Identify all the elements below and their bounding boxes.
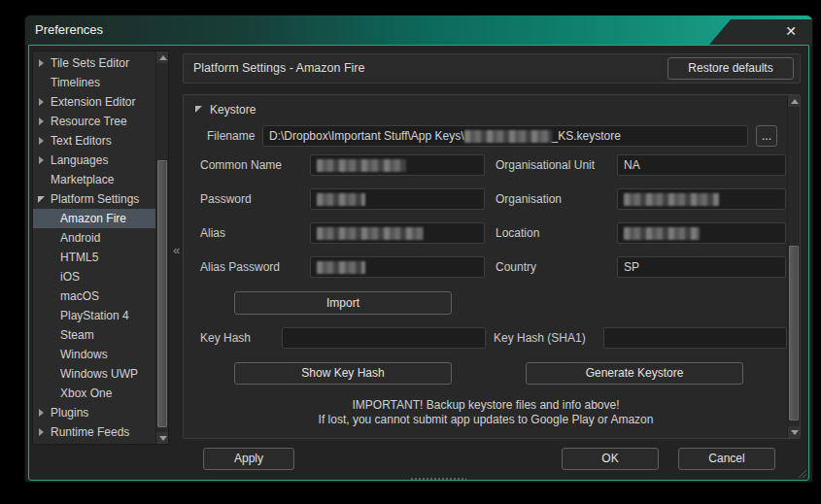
scroll-up-button[interactable]	[156, 51, 168, 63]
cancel-button[interactable]: Cancel	[678, 448, 775, 470]
key-hash-sha1-input[interactable]	[603, 327, 787, 349]
sidebar-item-tile-sets-editor[interactable]: Tile Sets Editor	[33, 53, 155, 73]
country-label: Country	[496, 256, 536, 278]
sidebar-item-android[interactable]: Android	[33, 228, 155, 248]
sidebar-item-label: Plugins	[51, 403, 88, 422]
keystore-panel: Keystore Filename D:\Dropbox\Important S…	[183, 94, 801, 439]
import-button[interactable]: Import	[234, 291, 452, 315]
sidebar-item-timelines[interactable]: Timelines	[33, 73, 155, 92]
keystore-form-row: Common NameOrganisational UnitNA	[184, 154, 788, 176]
redacted-value	[464, 130, 552, 143]
organisation-input[interactable]	[617, 188, 786, 210]
organisation-label: Organisation	[496, 188, 562, 210]
sidebar-item-resource-tree[interactable]: Resource Tree	[33, 112, 155, 131]
sidebar-item-text-editors[interactable]: Text Editors	[33, 131, 155, 151]
sidebar-item-label: Windows UWP	[60, 364, 138, 384]
browse-button[interactable]: ...	[756, 125, 777, 147]
country-input[interactable]: SP	[617, 256, 786, 278]
collapse-arrow-icon[interactable]	[38, 196, 45, 203]
sidebar-item-steam[interactable]: Steam	[33, 325, 155, 345]
key-hash-label: Key Hash	[200, 327, 251, 349]
common-name-label: Common Name	[200, 154, 282, 176]
scrollbar-thumb[interactable]	[157, 160, 167, 427]
expand-arrow-icon[interactable]	[39, 118, 44, 125]
generate-keystore-button[interactable]: Generate Keystore	[526, 362, 743, 385]
sidebar-item-platform-settings[interactable]: Platform Settings	[33, 189, 155, 209]
apply-button[interactable]: Apply	[203, 448, 294, 470]
backup-warning-line1: IMPORTANT! Backup keystore files and inf…	[184, 398, 788, 413]
scroll-down-button[interactable]	[156, 432, 168, 444]
sidebar-item-xbox-one[interactable]: Xbox One	[33, 384, 155, 403]
sidebar-item-label: PlayStation 4	[60, 306, 129, 325]
keystore-form-row: PasswordOrganisation	[184, 188, 788, 210]
filename-input[interactable]: D:\Dropbox\Important Stuff\App Keys\_KS.…	[262, 125, 748, 147]
page-header: Platform Settings - Amazon Fire Restore …	[183, 53, 801, 84]
sidebar-item-label: Tile Sets Editor	[51, 53, 129, 73]
redacted-value	[317, 159, 406, 172]
dialog-content: Tile Sets EditorTimelinesExtension Edito…	[28, 45, 809, 481]
sidebar-item-label: Text Editors	[51, 131, 112, 151]
sidebar-item-label: Timelines	[51, 73, 100, 92]
key-hash-row: Key Hash Key Hash (SHA1)	[184, 327, 788, 349]
keystore-scrollbar[interactable]	[787, 95, 800, 438]
window-title: Preferences	[35, 22, 103, 37]
sidebar-scrollbar[interactable]	[155, 51, 168, 444]
sidebar-item-marketplace[interactable]: Marketplace	[33, 170, 155, 189]
sidebar-item-runtime-feeds[interactable]: Runtime Feeds	[33, 422, 155, 442]
sidebar-item-amazon-fire[interactable]: Amazon Fire	[33, 209, 155, 228]
location-input[interactable]	[617, 222, 786, 244]
password-input[interactable]	[310, 188, 485, 210]
keystore-form-row: AliasLocation	[184, 222, 788, 244]
sidebar-item-languages[interactable]: Languages	[33, 151, 155, 170]
titlebar[interactable]: Preferences ✕	[25, 16, 812, 45]
sidebar-item-plugins[interactable]: Plugins	[33, 403, 155, 422]
sidebar-item-label: Languages	[51, 151, 108, 170]
redacted-value	[624, 227, 700, 240]
expand-arrow-icon[interactable]	[39, 156, 44, 164]
show-key-hash-button[interactable]: Show Key Hash	[234, 362, 452, 385]
sidebar-collapse-handle[interactable]: «	[173, 243, 180, 257]
sidebar-item-label: macOS	[60, 286, 99, 306]
sidebar-item-html5[interactable]: HTML5	[33, 248, 155, 267]
sidebar-item-extension-editor[interactable]: Extension Editor	[33, 92, 155, 112]
sidebar-item-label: Windows	[60, 345, 108, 364]
scroll-down-button[interactable]	[788, 426, 800, 438]
expand-arrow-icon[interactable]	[39, 137, 44, 145]
filename-row: Filename D:\Dropbox\Important Stuff\App …	[184, 125, 788, 147]
sidebar-item-label: Xbox One	[60, 384, 112, 403]
expand-arrow-icon[interactable]	[39, 409, 44, 417]
section-expanded-icon[interactable]	[195, 106, 202, 113]
close-icon[interactable]: ✕	[785, 23, 797, 39]
expand-arrow-icon[interactable]	[39, 98, 44, 106]
filename-suffix: _KS.keystore	[552, 129, 621, 143]
alias-input[interactable]	[310, 222, 485, 244]
sidebar-item-label: HTML5	[60, 248, 98, 267]
backup-warning-line2: If lost, you cannot submit app updates t…	[184, 413, 788, 427]
redacted-value	[317, 227, 424, 240]
alias-password-input[interactable]	[310, 256, 485, 278]
location-label: Location	[496, 222, 539, 244]
key-hash-input[interactable]	[282, 327, 486, 349]
key-hash-sha1-label: Key Hash (SHA1)	[494, 327, 586, 349]
sidebar-item-windows-uwp[interactable]: Windows UWP	[33, 364, 155, 384]
scrollbar-thumb[interactable]	[789, 246, 799, 420]
sidebar-item-label: Marketplace	[51, 170, 114, 189]
sidebar-item-macos[interactable]: macOS	[33, 286, 155, 306]
sidebar-item-ios[interactable]: iOS	[33, 267, 155, 286]
sidebar-item-label: Amazon Fire	[60, 209, 126, 228]
redacted-value	[317, 193, 365, 206]
sidebar-item-label: Resource Tree	[51, 112, 127, 131]
organisational-unit-input[interactable]: NA	[617, 154, 786, 176]
common-name-input[interactable]	[310, 154, 485, 176]
restore-defaults-button[interactable]: Restore defaults	[667, 57, 794, 80]
expand-arrow-icon[interactable]	[39, 428, 44, 436]
scroll-up-button[interactable]	[788, 95, 800, 107]
resize-grip[interactable]	[797, 468, 806, 478]
sidebar-item-windows[interactable]: Windows	[33, 345, 155, 364]
ok-button[interactable]: OK	[562, 448, 659, 470]
expand-arrow-icon[interactable]	[39, 59, 44, 67]
drag-handle[interactable]	[410, 477, 466, 482]
sidebar-item-label: Runtime Feeds	[51, 422, 129, 442]
sidebar-item-playstation-4[interactable]: PlayStation 4	[33, 306, 155, 325]
close-button-wedge[interactable]: ✕	[709, 19, 812, 45]
